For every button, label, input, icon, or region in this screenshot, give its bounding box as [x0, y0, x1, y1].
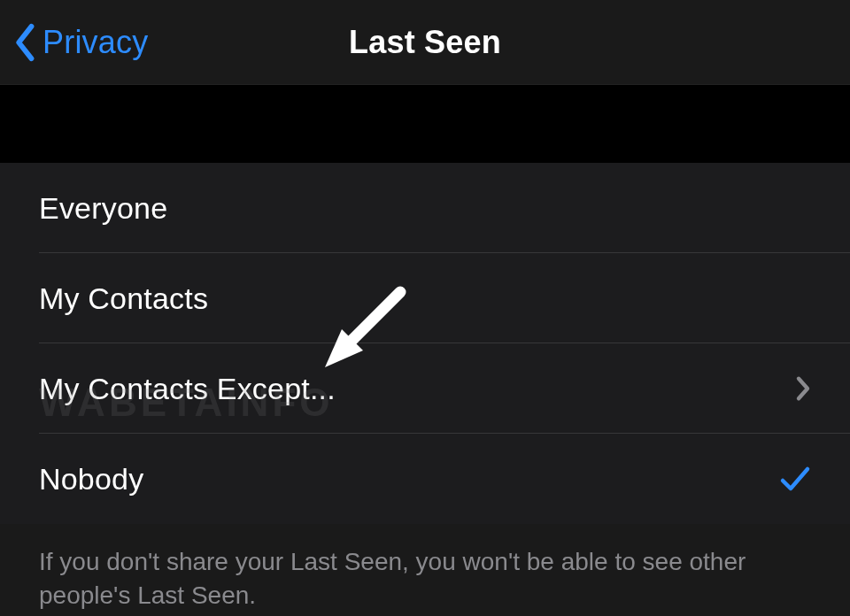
option-label: My Contacts Except...: [39, 372, 336, 406]
page-title: Last Seen: [349, 24, 501, 61]
options-list: Everyone My Contacts My Contacts Except.…: [0, 163, 850, 524]
option-label: Everyone: [39, 191, 167, 226]
chevron-left-icon: [12, 23, 39, 62]
option-everyone[interactable]: Everyone: [0, 163, 850, 253]
section-spacer: [0, 85, 850, 163]
back-button[interactable]: Privacy: [12, 0, 148, 84]
option-label: Nobody: [39, 462, 143, 497]
option-label: My Contacts: [39, 281, 208, 316]
back-label: Privacy: [42, 24, 148, 61]
checkmark-icon: [779, 465, 811, 493]
navbar: Privacy Last Seen: [0, 0, 850, 85]
option-nobody[interactable]: Nobody: [0, 434, 850, 524]
option-my-contacts[interactable]: My Contacts: [0, 253, 850, 343]
chevron-right-icon: [795, 375, 811, 402]
option-my-contacts-except[interactable]: My Contacts Except...: [0, 343, 850, 434]
footer-text: If you don't share your Last Seen, you w…: [0, 524, 850, 616]
